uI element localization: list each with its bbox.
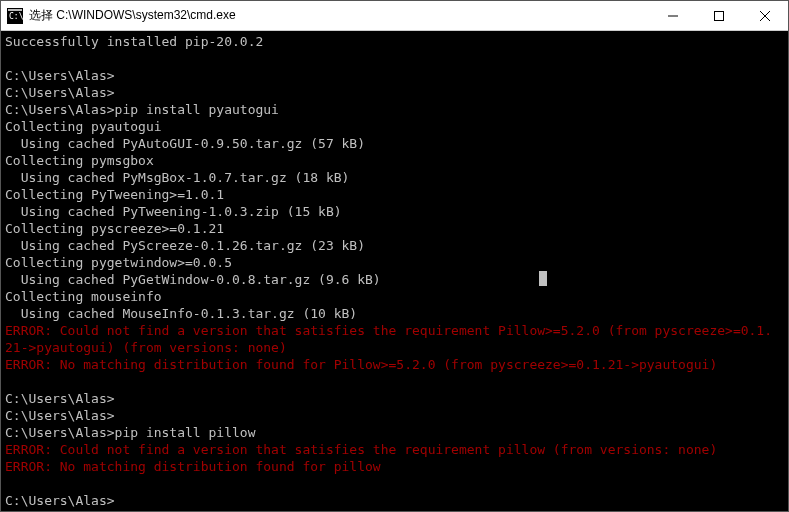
terminal-line: Collecting mouseinfo xyxy=(5,288,784,305)
terminal-line: C:\Users\Alas>pip install pyautogui xyxy=(5,101,784,118)
terminal-line xyxy=(5,50,784,67)
svg-rect-1 xyxy=(8,9,22,11)
terminal-line: Using cached MouseInfo-0.1.3.tar.gz (10 … xyxy=(5,305,784,322)
terminal-line xyxy=(5,373,784,390)
terminal-line: Using cached PyScreeze-0.1.26.tar.gz (23… xyxy=(5,237,784,254)
close-button[interactable] xyxy=(742,1,788,30)
terminal-line: C:\Users\Alas> xyxy=(5,67,784,84)
terminal-line: Collecting pygetwindow>=0.0.5 xyxy=(5,254,784,271)
selection-cursor xyxy=(539,271,547,286)
terminal-line: Collecting pymsgbox xyxy=(5,152,784,169)
terminal-line: Successfully installed pip-20.0.2 xyxy=(5,33,784,50)
terminal-output[interactable]: Successfully installed pip-20.0.2C:\User… xyxy=(1,31,788,511)
terminal-line: C:\Users\Alas> xyxy=(5,84,784,101)
terminal-error-line: ERROR: Could not find a version that sat… xyxy=(5,322,784,339)
prompt-text: C:\Users\Alas> xyxy=(5,510,115,511)
terminal-line: Using cached PyTweening-1.0.3.zip (15 kB… xyxy=(5,203,784,220)
terminal-line xyxy=(5,475,784,492)
terminal-line: C:\Users\Alas>pip install pillow xyxy=(5,424,784,441)
terminal-line: Using cached PyGetWindow-0.0.8.tar.gz (9… xyxy=(5,271,784,288)
terminal-line: Using cached PyAutoGUI-0.9.50.tar.gz (57… xyxy=(5,135,784,152)
terminal-line: Collecting PyTweening>=1.0.1 xyxy=(5,186,784,203)
terminal-line: C:\Users\Alas> xyxy=(5,492,784,509)
titlebar[interactable]: C:\ 选择 C:\WINDOWS\system32\cmd.exe xyxy=(1,1,788,31)
terminal-line: C:\Users\Alas> xyxy=(5,407,784,424)
cmd-window: C:\ 选择 C:\WINDOWS\system32\cmd.exe Succe… xyxy=(0,0,789,512)
terminal-error-line: 21->pyautogui) (from versions: none) xyxy=(5,339,784,356)
terminal-line: Collecting pyscreeze>=0.1.21 xyxy=(5,220,784,237)
window-title: 选择 C:\WINDOWS\system32\cmd.exe xyxy=(29,7,650,24)
maximize-button[interactable] xyxy=(696,1,742,30)
terminal-line: C:\Users\Alas> xyxy=(5,390,784,407)
terminal-error-line: ERROR: No matching distribution found fo… xyxy=(5,356,784,373)
cmd-icon: C:\ xyxy=(7,8,23,24)
terminal-line: Collecting pyautogui xyxy=(5,118,784,135)
window-controls xyxy=(650,1,788,30)
terminal-prompt-line: C:\Users\Alas> xyxy=(5,509,784,511)
terminal-error-line: ERROR: Could not find a version that sat… xyxy=(5,441,784,458)
svg-rect-4 xyxy=(715,11,724,20)
terminal-line: Using cached PyMsgBox-1.0.7.tar.gz (18 k… xyxy=(5,169,784,186)
minimize-button[interactable] xyxy=(650,1,696,30)
svg-text:C:\: C:\ xyxy=(9,12,23,21)
terminal-error-line: ERROR: No matching distribution found fo… xyxy=(5,458,784,475)
